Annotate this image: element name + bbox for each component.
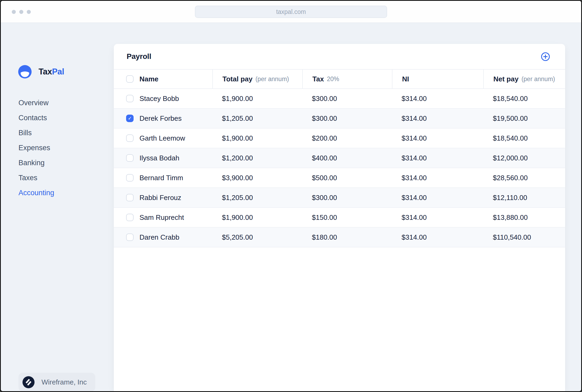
net-pay-value: $12,000.00 bbox=[483, 154, 565, 162]
table-row: Ilyssa Bodah $1,200.00 $400.00 $314.00 $… bbox=[114, 148, 565, 168]
table-header-name: Name bbox=[114, 70, 212, 88]
tax-value: $200.00 bbox=[302, 134, 392, 142]
table-row: Bernard Timm $3,900.00 $500.00 $314.00 $… bbox=[114, 168, 565, 188]
column-label: Total pay bbox=[222, 75, 252, 83]
sidebar-nav: Overview Contacts Bills Expenses Banking… bbox=[18, 95, 54, 200]
row-checkbox[interactable] bbox=[126, 115, 134, 122]
table-header-row: Name Total pay (per annum) Tax 20% NI Ne… bbox=[114, 70, 565, 89]
tax-value: $180.00 bbox=[302, 233, 392, 242]
sidebar-item-taxes[interactable]: Taxes bbox=[18, 170, 54, 185]
net-pay-value: $110,540.00 bbox=[483, 233, 565, 242]
table-header-total-pay: Total pay (per annum) bbox=[212, 70, 302, 88]
tax-value: $300.00 bbox=[302, 114, 392, 123]
table-row: Derek Forbes $1,205.00 $300.00 $314.00 $… bbox=[114, 109, 565, 129]
total-pay-value: $1,205.00 bbox=[212, 194, 302, 202]
brand-name-secondary: Pal bbox=[52, 67, 64, 76]
employee-name: Sam Ruprecht bbox=[139, 213, 184, 222]
tax-value: $400.00 bbox=[302, 154, 392, 162]
net-pay-value: $28,560.00 bbox=[483, 174, 565, 182]
row-checkbox[interactable] bbox=[126, 174, 134, 182]
table-header-net-pay: Net pay (per annum) bbox=[483, 70, 565, 88]
tax-value: $300.00 bbox=[302, 194, 392, 202]
tax-value: $500.00 bbox=[302, 174, 392, 182]
employee-name: Daren Crabb bbox=[139, 233, 179, 242]
sidebar-item-expenses[interactable]: Expenses bbox=[18, 140, 54, 155]
total-pay-value: $3,900.00 bbox=[212, 174, 302, 182]
column-label: Tax bbox=[312, 75, 324, 83]
column-label: Net pay bbox=[493, 75, 519, 83]
window-dot-icon[interactable] bbox=[12, 10, 16, 14]
add-employee-button[interactable] bbox=[541, 52, 550, 61]
sidebar: TaxPal Overview Contacts Bills Expenses … bbox=[1, 23, 114, 391]
tax-value: $300.00 bbox=[302, 95, 392, 103]
ni-value: $314.00 bbox=[392, 174, 483, 182]
table-row: Stacey Bobb $1,900.00 $300.00 $314.00 $1… bbox=[114, 89, 565, 109]
table-row: Sam Ruprecht $1,900.00 $150.00 $314.00 $… bbox=[114, 208, 565, 228]
ni-value: $314.00 bbox=[392, 95, 483, 103]
net-pay-value: $13,880.00 bbox=[483, 213, 565, 222]
row-checkbox[interactable] bbox=[126, 154, 134, 162]
total-pay-value: $1,200.00 bbox=[212, 154, 302, 162]
total-pay-value: $1,900.00 bbox=[212, 213, 302, 222]
net-pay-value: $18,540.00 bbox=[483, 95, 565, 103]
page-title: Payroll bbox=[127, 52, 151, 61]
employee-name: Bernard Timm bbox=[139, 174, 183, 182]
sidebar-item-accounting[interactable]: Accounting bbox=[18, 185, 54, 200]
ni-value: $314.00 bbox=[392, 194, 483, 202]
app-window: taxpal.com TaxPal Overview Contacts Bill… bbox=[0, 0, 582, 392]
company-switcher[interactable]: Wireframe, Inc bbox=[18, 373, 95, 391]
sidebar-item-contacts[interactable]: Contacts bbox=[18, 110, 54, 125]
payroll-header: Payroll bbox=[114, 44, 565, 70]
employee-name: Garth Leemow bbox=[139, 134, 185, 142]
employee-name-cell: Derek Forbes bbox=[114, 114, 212, 123]
ni-value: $314.00 bbox=[392, 134, 483, 142]
employee-name: Ilyssa Bodah bbox=[139, 154, 179, 162]
browser-chrome: taxpal.com bbox=[1, 1, 581, 23]
total-pay-value: $1,900.00 bbox=[212, 95, 302, 103]
window-dot-icon[interactable] bbox=[27, 10, 31, 14]
sidebar-item-overview[interactable]: Overview bbox=[18, 95, 54, 110]
employee-name-cell: Rabbi Ferouz bbox=[114, 194, 212, 202]
total-pay-value: $5,205.00 bbox=[212, 233, 302, 242]
brand-name: TaxPal bbox=[39, 67, 64, 77]
total-pay-value: $1,205.00 bbox=[212, 114, 302, 123]
row-checkbox[interactable] bbox=[126, 194, 134, 201]
ni-value: $314.00 bbox=[392, 114, 483, 123]
payroll-table-body: Stacey Bobb $1,900.00 $300.00 $314.00 $1… bbox=[114, 89, 565, 247]
employee-name-cell: Garth Leemow bbox=[114, 134, 212, 142]
sidebar-item-bills[interactable]: Bills bbox=[18, 125, 54, 140]
employee-name: Rabbi Ferouz bbox=[139, 194, 181, 202]
net-pay-value: $18,540.00 bbox=[483, 134, 565, 142]
taxpal-logo-icon bbox=[18, 65, 32, 78]
column-label: Name bbox=[139, 75, 158, 83]
brand: TaxPal bbox=[18, 65, 64, 78]
row-checkbox[interactable] bbox=[126, 134, 134, 142]
table-header-tax: Tax 20% bbox=[302, 70, 392, 88]
sidebar-item-banking[interactable]: Banking bbox=[18, 155, 54, 170]
row-checkbox[interactable] bbox=[126, 95, 134, 102]
row-checkbox[interactable] bbox=[126, 214, 134, 221]
total-pay-value: $1,900.00 bbox=[212, 134, 302, 142]
wireframe-logo-icon bbox=[22, 376, 35, 388]
plus-circle-icon bbox=[541, 52, 550, 61]
table-header-ni: NI bbox=[392, 70, 483, 88]
address-bar[interactable]: taxpal.com bbox=[195, 6, 387, 18]
employee-name: Derek Forbes bbox=[139, 114, 182, 123]
window-dot-icon[interactable] bbox=[19, 10, 23, 14]
ni-value: $314.00 bbox=[392, 154, 483, 162]
select-all-checkbox[interactable] bbox=[126, 75, 134, 83]
table-row: Daren Crabb $5,205.00 $180.00 $314.00 $1… bbox=[114, 228, 565, 247]
brand-name-primary: Tax bbox=[39, 67, 52, 76]
net-pay-value: $19,500.00 bbox=[483, 114, 565, 123]
column-sublabel: 20% bbox=[327, 76, 339, 83]
employee-name-cell: Daren Crabb bbox=[114, 233, 212, 242]
table-row: Rabbi Ferouz $1,205.00 $300.00 $314.00 $… bbox=[114, 188, 565, 208]
ni-value: $314.00 bbox=[392, 233, 483, 242]
column-label: NI bbox=[402, 75, 409, 83]
row-checkbox[interactable] bbox=[126, 233, 134, 241]
column-sublabel: (per annum) bbox=[521, 76, 555, 83]
tax-value: $150.00 bbox=[302, 213, 392, 222]
employee-name-cell: Bernard Timm bbox=[114, 174, 212, 182]
window-controls[interactable] bbox=[12, 1, 31, 23]
employee-name-cell: Ilyssa Bodah bbox=[114, 154, 212, 162]
